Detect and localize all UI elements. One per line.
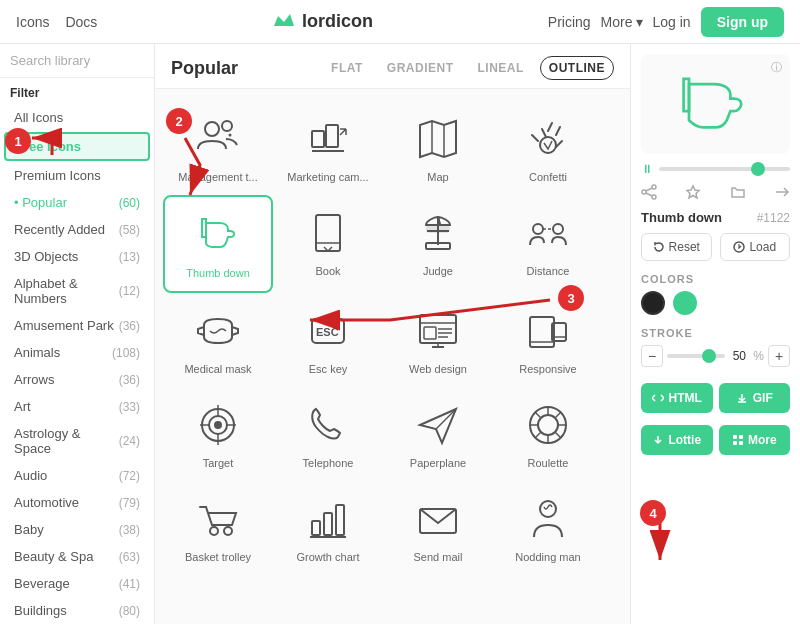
stroke-decrease-button[interactable]: − (641, 345, 663, 367)
icon-cell-marketing[interactable]: Marketing cam... (273, 101, 383, 195)
sidebar-item-recently-added[interactable]: Recently Added (58) (4, 217, 150, 242)
icon-cell-management[interactable]: Management t... (163, 101, 273, 195)
marketing-icon (302, 113, 354, 165)
icon-label: Map (427, 171, 448, 183)
target-icon (192, 399, 244, 451)
icon-cell-distance[interactable]: Distance (493, 195, 603, 293)
export-gif-button[interactable]: GIF (719, 383, 791, 413)
reset-button[interactable]: Reset (641, 233, 712, 261)
crown-icon (272, 10, 296, 33)
export-html-button[interactable]: HTML (641, 383, 713, 413)
speed-slider[interactable] (659, 167, 790, 171)
sidebar-item-animals[interactable]: Animals (108) (4, 340, 150, 365)
svg-line-62 (646, 193, 652, 196)
sidebar-item-count: (58) (119, 223, 140, 237)
stroke-slider[interactable] (667, 354, 725, 358)
sidebar-item-alphabet[interactable]: Alphabet & Numbers (12) (4, 271, 150, 311)
tab-gradient[interactable]: GRADIENT (379, 57, 462, 79)
main-layout: Filter All Icons Free Icons Premium Icon… (0, 44, 800, 624)
load-button[interactable]: Load (720, 233, 791, 261)
info-number: ⓘ (771, 60, 782, 75)
sidebar-item-arrows[interactable]: Arrows (36) (4, 367, 150, 392)
color-swatch-green[interactable] (673, 291, 697, 315)
nav-right: Pricing More ▾ Log in Sign up (548, 7, 784, 37)
sidebar-item-audio[interactable]: Audio (72) (4, 463, 150, 488)
tab-outline[interactable]: OUTLINE (540, 56, 614, 80)
icon-label: Telephone (303, 457, 354, 469)
thumbdown-icon (192, 209, 244, 261)
svg-point-58 (652, 185, 656, 189)
nav-pricing[interactable]: Pricing (548, 14, 591, 30)
sidebar-item-popular[interactable]: • Popular (60) (4, 190, 150, 215)
panel-actions: Reset Load (641, 233, 790, 261)
sidebar-item-premium-icons[interactable]: Premium Icons (4, 163, 150, 188)
sidebar-item-baby[interactable]: Baby (38) (4, 517, 150, 542)
confetti-icon (522, 113, 574, 165)
signup-button[interactable]: Sign up (701, 7, 784, 37)
sidebar-item-astrology[interactable]: Astrology & Space (24) (4, 421, 150, 461)
export-more-button[interactable]: More (719, 425, 791, 455)
icon-cell-confetti[interactable]: Confetti (493, 101, 603, 195)
icon-cell-esc-key[interactable]: ESC Esc key (273, 293, 383, 387)
nav-icons[interactable]: Icons (16, 14, 49, 30)
logo[interactable]: lordicon (113, 10, 531, 33)
icon-cell-basket-trolley[interactable]: Basket trolley (163, 481, 273, 575)
sidebar-item-amusement-park[interactable]: Amusement Park (36) (4, 313, 150, 338)
star-icon[interactable] (685, 184, 701, 200)
icon-cell-web-design[interactable]: Web design (383, 293, 493, 387)
right-panel: ⓘ ⏸ (630, 44, 800, 624)
icon-label: Medical mask (184, 363, 251, 375)
login-button[interactable]: Log in (653, 14, 691, 30)
sidebar-item-free-icons[interactable]: Free Icons (4, 132, 150, 161)
sidebar-item-beverage[interactable]: Beverage (41) (4, 571, 150, 596)
share-icon[interactable] (641, 184, 657, 200)
search-input[interactable] (10, 53, 155, 68)
sidebar-item-3d-objects[interactable]: 3D Objects (13) (4, 244, 150, 269)
icon-cell-roulette[interactable]: Roulette (493, 387, 603, 481)
sidebar-item-count: (24) (119, 434, 140, 448)
icon-cell-nodding-man[interactable]: Nodding man (493, 481, 603, 575)
icon-cell-growth-chart[interactable]: Growth chart (273, 481, 383, 575)
sidebar-item-count: (79) (119, 496, 140, 510)
folder-icon[interactable] (730, 184, 746, 200)
tab-lineal[interactable]: LINEAL (469, 57, 531, 79)
icon-cell-judge[interactable]: Judge (383, 195, 493, 293)
color-swatch-black[interactable] (641, 291, 665, 315)
stroke-increase-button[interactable]: + (768, 345, 790, 367)
svg-rect-54 (336, 505, 344, 535)
sidebar-item-all-icons[interactable]: All Icons (4, 105, 150, 130)
icon-cell-medical-mask[interactable]: Medical mask (163, 293, 273, 387)
icon-cell-map[interactable]: Map (383, 101, 493, 195)
nav-docs[interactable]: Docs (65, 14, 97, 30)
arrow-right-icon[interactable] (774, 184, 790, 200)
icons-row: Basket trolley Growth chart (163, 481, 622, 575)
responsive-icon (522, 305, 574, 357)
preview-icon (671, 59, 761, 149)
svg-point-57 (540, 501, 556, 517)
icon-info-row: Thumb down #1122 (641, 210, 790, 225)
map-icon (412, 113, 464, 165)
icon-cell-target[interactable]: Target (163, 387, 273, 481)
sidebar-item-count: (60) (119, 196, 140, 210)
sidebar-item-buildings[interactable]: Buildings (80) (4, 598, 150, 623)
sidebar-item-automotive[interactable]: Automotive (79) (4, 490, 150, 515)
nav-more[interactable]: More ▾ (601, 14, 643, 30)
icon-cell-responsive[interactable]: Responsive (493, 293, 603, 387)
export-lottie-button[interactable]: Lottie (641, 425, 713, 455)
tab-flat[interactable]: FLAT (323, 57, 371, 79)
basket-trolley-icon (192, 493, 244, 545)
icon-cell-send-mail[interactable]: Send mail (383, 481, 493, 575)
icon-cell-paperplane[interactable]: Paperplane (383, 387, 493, 481)
sidebar-item-count: (80) (119, 604, 140, 618)
stroke-section-label: STROKE (641, 327, 790, 339)
icon-cell-thumbdown[interactable]: Thumb down (163, 195, 273, 293)
icon-cell-telephone[interactable]: Telephone (273, 387, 383, 481)
sidebar-item-beauty-spa[interactable]: Beauty & Spa (63) (4, 544, 150, 569)
pause-icon[interactable]: ⏸ (641, 162, 653, 176)
icon-label: Nodding man (515, 551, 580, 563)
sidebar-item-art[interactable]: Art (33) (4, 394, 150, 419)
icons-row: Medical mask ESC Esc key (163, 293, 622, 387)
svg-point-3 (222, 121, 232, 131)
icon-cell-book[interactable]: Book (273, 195, 383, 293)
sidebar-item-label: Amusement Park (14, 318, 114, 333)
